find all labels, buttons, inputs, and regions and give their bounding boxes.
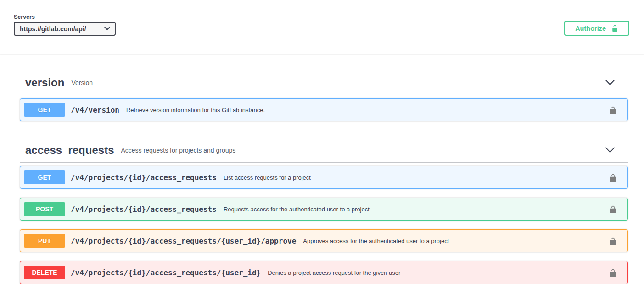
server-select-value: https://gitlab.com/api/ xyxy=(20,25,86,33)
authorization-lock-button[interactable] xyxy=(609,237,617,245)
operation-summary: List access requests for a project xyxy=(224,174,311,181)
method-badge: GET xyxy=(24,103,65,117)
section-header-access-requests[interactable]: access_requests Access requests for proj… xyxy=(20,138,628,163)
operation-summary: Retrieve version information for this Gi… xyxy=(126,107,265,114)
operation-path: /v4/projects/{id}/access_requests/{user_… xyxy=(71,237,296,245)
operation-row-delete-access-request[interactable]: DELETE /v4/projects/{id}/access_requests… xyxy=(20,261,628,284)
unlock-icon xyxy=(609,237,617,245)
operation-row-get-access-requests[interactable]: GET /v4/projects/{id}/access_requests Li… xyxy=(20,166,628,189)
unlock-icon xyxy=(609,173,617,182)
authorization-lock-button[interactable] xyxy=(609,173,617,182)
unlock-icon xyxy=(609,268,617,277)
chevron-down-icon xyxy=(605,79,615,86)
authorize-button[interactable]: Authorize xyxy=(564,21,629,36)
server-select[interactable]: https://gitlab.com/api/ xyxy=(14,22,116,36)
section-header-version[interactable]: version Version xyxy=(20,70,628,95)
section-title: access_requests xyxy=(25,142,114,158)
chevron-down-icon xyxy=(104,27,110,31)
api-operations-list: version Version GET /v4/version Retrieve… xyxy=(0,70,644,284)
unlock-icon xyxy=(609,205,617,214)
chevron-down-icon xyxy=(605,147,615,153)
section-description: Access requests for projects and groups xyxy=(121,147,235,154)
servers-label: Servers xyxy=(14,14,116,20)
method-badge: GET xyxy=(24,170,65,184)
operation-path: /v4/projects/{id}/access_requests/{user_… xyxy=(71,268,261,277)
section-title: version xyxy=(25,75,64,90)
operation-summary: Denies a project access request for the … xyxy=(268,269,400,276)
operation-path: /v4/version xyxy=(71,106,119,114)
method-badge: PUT xyxy=(24,234,65,248)
authorize-label: Authorize xyxy=(575,25,606,32)
collapse-section-button[interactable] xyxy=(605,79,615,86)
operation-row-put-approve[interactable]: PUT /v4/projects/{id}/access_requests/{u… xyxy=(20,229,628,252)
operation-summary: Requests access for the authenticated us… xyxy=(224,206,370,213)
method-badge: POST xyxy=(24,202,65,216)
servers-block: Servers https://gitlab.com/api/ xyxy=(14,14,116,36)
authorization-lock-button[interactable] xyxy=(609,106,617,114)
unlock-icon xyxy=(609,106,617,114)
operation-row-post-access-requests[interactable]: POST /v4/projects/{id}/access_requests R… xyxy=(20,198,628,221)
method-badge: DELETE xyxy=(24,266,65,279)
operation-row-get-version[interactable]: GET /v4/version Retrieve version informa… xyxy=(20,98,628,121)
operation-summary: Approves access for the authenticated us… xyxy=(303,238,449,244)
authorization-lock-button[interactable] xyxy=(609,268,617,277)
authorization-lock-button[interactable] xyxy=(609,205,617,214)
operation-path: /v4/projects/{id}/access_requests xyxy=(71,205,217,214)
unlock-icon xyxy=(611,24,618,32)
section-description: Version xyxy=(71,79,93,86)
scheme-container: Servers https://gitlab.com/api/ Authoriz… xyxy=(0,0,644,54)
collapse-section-button[interactable] xyxy=(605,147,615,153)
operation-path: /v4/projects/{id}/access_requests xyxy=(71,173,217,182)
